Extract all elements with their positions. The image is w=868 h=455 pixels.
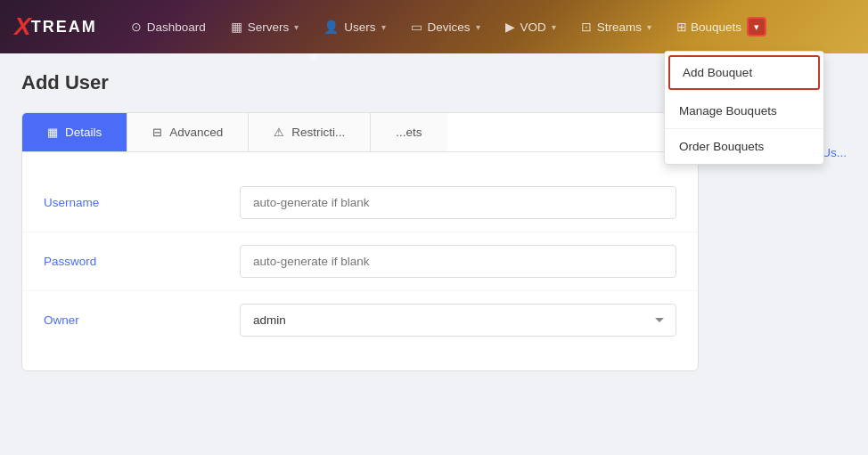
bouquets-dropdown-menu: Add Bouquet Manage Bouquets Order Bouque… xyxy=(664,51,824,165)
vod-icon: ▶ xyxy=(505,20,515,34)
dashboard-icon: ⊙ xyxy=(131,20,142,34)
nav-label-bouquets: Bouquets xyxy=(691,20,741,34)
username-label: Username xyxy=(44,196,240,209)
nav-item-vod[interactable]: ▶ VOD ▾ xyxy=(493,12,569,41)
order-bouquets-item[interactable]: Order Bouquets xyxy=(665,129,823,164)
main-nav: ⊙ Dashboard ▦ Servers ▾ 👤 Users ▾ ▭ Devi… xyxy=(119,10,854,44)
tab-bouquets-label: ...ets xyxy=(396,126,422,139)
form-container: Username Password Owner admin xyxy=(21,151,699,371)
logo-text: TREAM xyxy=(31,18,97,37)
nav-label-streams: Streams xyxy=(597,20,642,34)
owner-row: Owner admin xyxy=(22,291,698,349)
servers-icon: ▦ xyxy=(231,20,242,34)
bouquets-chevron-box[interactable]: ▾ xyxy=(747,17,766,37)
bouquets-chevron-icon: ▾ xyxy=(754,21,759,33)
owner-select[interactable]: admin xyxy=(240,304,676,337)
password-label: Password xyxy=(44,255,240,268)
nav-item-servers[interactable]: ▦ Servers ▾ xyxy=(218,12,312,41)
username-row: Username xyxy=(22,174,698,232)
tabs-container: ▦ Details ⊟ Advanced ⚠ Restricti... ...e… xyxy=(21,112,699,151)
streams-icon: ⊡ xyxy=(581,20,592,34)
streams-chevron-icon: ▾ xyxy=(647,22,651,32)
header: X TREAM ⊙ Dashboard ▦ Servers ▾ 👤 Users … xyxy=(0,0,868,53)
tab-details[interactable]: ▦ Details xyxy=(22,113,127,151)
nav-label-users: Users xyxy=(344,20,375,34)
tab-advanced-label: Advanced xyxy=(169,126,223,139)
devices-icon: ▭ xyxy=(411,20,422,34)
nav-item-bouquets[interactable]: ⊞ Bouquets ▾ Add Bouquet Manage Bouquets… xyxy=(664,10,779,44)
password-input[interactable] xyxy=(240,245,676,278)
nav-label-vod: VOD xyxy=(520,20,546,34)
tab-bouquets[interactable]: ...ets xyxy=(371,113,446,151)
logo-x-icon: X xyxy=(14,12,31,41)
manage-bouquets-item[interactable]: Manage Bouquets xyxy=(665,93,823,129)
servers-chevron-icon: ▾ xyxy=(294,22,299,32)
add-bouquet-item[interactable]: Add Bouquet xyxy=(668,55,820,90)
nav-item-dashboard[interactable]: ⊙ Dashboard xyxy=(119,12,218,41)
users-dropdown-arrow xyxy=(307,53,321,61)
nav-item-users[interactable]: 👤 Users ▾ xyxy=(311,12,397,41)
tab-details-label: Details xyxy=(65,126,102,139)
vod-chevron-icon: ▾ xyxy=(552,22,556,32)
nav-label-devices: Devices xyxy=(428,20,471,34)
username-input[interactable] xyxy=(240,186,676,219)
advanced-tab-icon: ⊟ xyxy=(152,126,162,139)
restrictions-tab-icon: ⚠ xyxy=(274,126,284,139)
password-row: Password xyxy=(22,232,698,291)
tab-restrictions-label: Restricti... xyxy=(291,126,345,139)
users-icon: 👤 xyxy=(323,20,339,34)
users-chevron-icon: ▾ xyxy=(381,22,386,32)
bouquets-button[interactable]: ⊞ Bouquets ▾ xyxy=(664,10,779,44)
nav-item-streams[interactable]: ⊡ Streams ▾ xyxy=(569,12,664,41)
devices-chevron-icon: ▾ xyxy=(476,22,480,32)
owner-label: Owner xyxy=(44,313,240,327)
bouquets-icon: ⊞ xyxy=(676,20,687,34)
nav-item-devices[interactable]: ▭ Devices ▾ xyxy=(398,12,493,41)
tab-advanced[interactable]: ⊟ Advanced xyxy=(127,113,249,151)
nav-label-dashboard: Dashboard xyxy=(147,20,206,34)
nav-label-servers: Servers xyxy=(248,20,290,34)
details-tab-icon: ▦ xyxy=(47,126,58,139)
tab-restrictions[interactable]: ⚠ Restricti... xyxy=(249,113,371,151)
logo: X TREAM xyxy=(14,12,97,41)
